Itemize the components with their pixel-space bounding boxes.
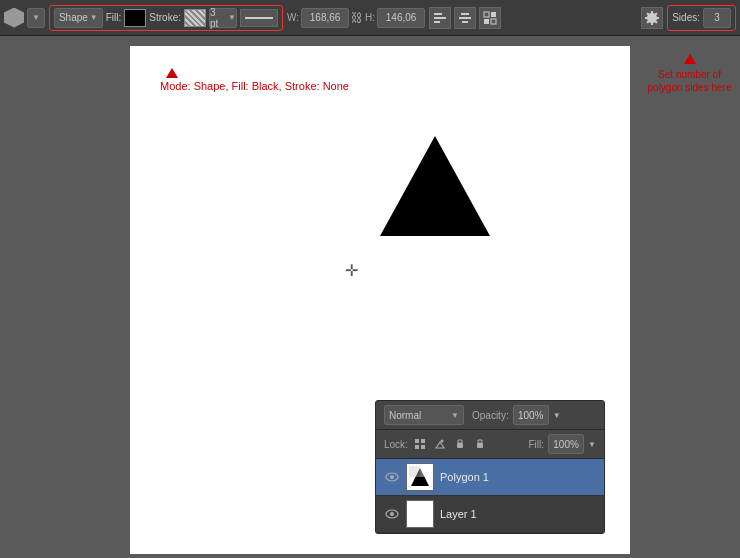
dimensions-section: W: 168,66 ⛓ H: 146,06 (287, 8, 425, 28)
layers-header: Normal ▼ Opacity: 100% ▼ (376, 401, 604, 430)
blend-mode-dropdown[interactable]: Normal ▼ (384, 405, 464, 425)
align-center-button[interactable] (454, 7, 476, 29)
gear-icon-button[interactable] (641, 7, 663, 29)
width-label: W: (287, 12, 299, 23)
stroke-label: Stroke: (149, 12, 181, 23)
blend-mode-value: Normal (389, 410, 421, 421)
layers-panel: Normal ▼ Opacity: 100% ▼ Lock: (375, 400, 605, 534)
opacity-label: Opacity: (472, 410, 509, 421)
align-left-button[interactable] (429, 7, 451, 29)
mode-dropdown[interactable]: Shape ▼ (54, 8, 103, 28)
svg-point-15 (440, 440, 443, 443)
svg-marker-10 (380, 136, 490, 236)
height-label: H: (365, 12, 375, 23)
move-cursor-icon: ✛ (345, 261, 358, 280)
svg-rect-21 (409, 466, 420, 477)
canvas-area: Mode: Shape, Fill: Black, Stroke: None ✛… (0, 36, 740, 558)
fill-arrow: ▼ (588, 440, 596, 449)
lock-label: Lock: (384, 439, 408, 450)
mode-dropdown-arrow: ▼ (90, 13, 98, 22)
polygon-shape (375, 131, 495, 241)
svg-rect-4 (459, 17, 471, 19)
hex-tool-button[interactable] (4, 8, 24, 28)
layer-thumbnail-layer1 (406, 500, 434, 528)
tool-selector: ▼ (4, 8, 45, 28)
arrange-button[interactable] (479, 7, 501, 29)
svg-rect-1 (434, 17, 446, 19)
gear-section: Sides: 3 (641, 5, 736, 31)
stroke-style-button[interactable] (240, 9, 278, 27)
mode-value: Shape (59, 12, 88, 23)
toolbar: ▼ Shape ▼ Fill: Stroke: 3 pt ▼ W: 168,66… (0, 0, 740, 36)
svg-rect-14 (421, 445, 425, 449)
annotation-text: Mode: Shape, Fill: Black, Stroke: None (160, 80, 349, 92)
stroke-weight-arrow: ▼ (228, 13, 236, 22)
svg-rect-2 (434, 21, 440, 23)
tool-dropdown-arrow-btn[interactable]: ▼ (27, 8, 45, 28)
fill-label-layers: Fill: (529, 439, 545, 450)
svg-rect-16 (457, 443, 463, 448)
layer-visibility-icon-polygon[interactable] (384, 469, 400, 485)
svg-point-24 (390, 512, 394, 516)
opacity-arrow: ▼ (553, 411, 561, 420)
svg-rect-7 (491, 12, 496, 17)
stroke-color-box[interactable] (184, 9, 206, 27)
sides-section: Sides: 3 (667, 5, 736, 31)
sides-input[interactable]: 3 (703, 8, 731, 28)
stroke-weight-value[interactable]: 3 pt ▼ (209, 8, 237, 28)
fill-label: Fill: (106, 12, 122, 23)
fill-color-box[interactable] (124, 9, 146, 27)
svg-rect-22 (420, 466, 431, 477)
svg-rect-8 (484, 19, 489, 24)
svg-rect-0 (434, 13, 442, 15)
lock-all-icon[interactable] (472, 436, 488, 452)
stroke-line-icon (245, 17, 273, 19)
right-red-arrow-icon (684, 54, 696, 64)
svg-rect-11 (415, 439, 419, 443)
tool-mode-section: Shape ▼ Fill: Stroke: 3 pt ▼ (49, 5, 283, 31)
width-value[interactable]: 168,66 (301, 8, 349, 28)
sides-label: Sides: (672, 12, 700, 23)
canvas-page[interactable]: Mode: Shape, Fill: Black, Stroke: None ✛… (130, 46, 630, 554)
blend-dropdown-arrow: ▼ (451, 411, 459, 420)
svg-rect-5 (462, 21, 468, 23)
layer-thumbnail-polygon (406, 463, 434, 491)
triangle-shape-container[interactable] (375, 126, 495, 246)
svg-point-19 (390, 475, 394, 479)
red-arrow-up-icon (166, 68, 178, 78)
fill-input[interactable]: 100% (548, 434, 584, 454)
svg-rect-12 (421, 439, 425, 443)
svg-rect-3 (461, 13, 469, 15)
lock-icons-group (412, 436, 488, 452)
lock-pixels-icon[interactable] (412, 436, 428, 452)
svg-rect-13 (415, 445, 419, 449)
right-annotation-container: Set number of polygon sides here (647, 54, 732, 94)
lock-position-icon[interactable] (452, 436, 468, 452)
layer-item-layer1[interactable]: Layer 1 (376, 496, 604, 533)
layers-controls: Lock: (376, 430, 604, 459)
svg-rect-9 (491, 19, 496, 24)
layer-name-polygon: Polygon 1 (440, 471, 489, 483)
layer-name-layer1: Layer 1 (440, 508, 477, 520)
height-value[interactable]: 146,06 (377, 8, 425, 28)
svg-rect-6 (484, 12, 489, 17)
link-dimensions-icon[interactable]: ⛓ (351, 11, 363, 25)
svg-rect-17 (477, 443, 483, 448)
opacity-input[interactable]: 100% (513, 405, 549, 425)
layer-visibility-icon-layer1[interactable] (384, 506, 400, 522)
top-annotation: Mode: Shape, Fill: Black, Stroke: None (160, 68, 349, 92)
align-section (429, 7, 501, 29)
layer-item-polygon[interactable]: Polygon 1 (376, 459, 604, 496)
right-annotation-text: Set number of polygon sides here (647, 68, 732, 94)
lock-image-icon[interactable] (432, 436, 448, 452)
